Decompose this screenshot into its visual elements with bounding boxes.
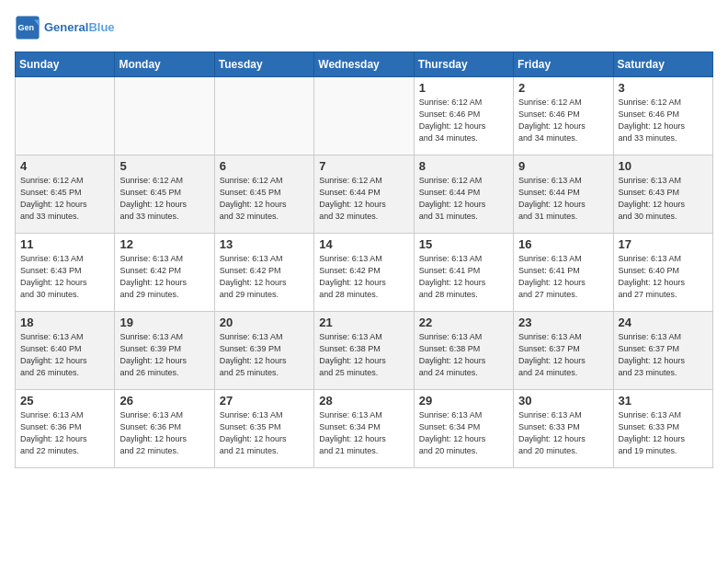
day-number: 13 [220, 237, 309, 251]
calendar-cell: 3Sunrise: 6:12 AM Sunset: 6:46 PM Daylig… [613, 77, 712, 155]
day-number: 30 [518, 394, 608, 408]
calendar-cell: 20Sunrise: 6:13 AM Sunset: 6:39 PM Dayli… [214, 312, 313, 390]
day-info: Sunrise: 6:13 AM Sunset: 6:41 PM Dayligh… [419, 253, 508, 301]
calendar-week-row: 11Sunrise: 6:13 AM Sunset: 6:43 PM Dayli… [16, 234, 713, 312]
calendar-cell: 22Sunrise: 6:13 AM Sunset: 6:38 PM Dayli… [414, 312, 513, 390]
day-number: 21 [319, 316, 408, 329]
day-number: 4 [20, 159, 109, 173]
day-info: Sunrise: 6:12 AM Sunset: 6:46 PM Dayligh… [518, 97, 608, 144]
column-header-sunday: Sunday [16, 52, 115, 77]
column-header-friday: Friday [514, 52, 613, 77]
day-info: Sunrise: 6:12 AM Sunset: 6:44 PM Dayligh… [419, 175, 508, 223]
day-number: 5 [119, 159, 209, 173]
column-header-monday: Monday [115, 52, 214, 77]
calendar-week-row: 4Sunrise: 6:12 AM Sunset: 6:45 PM Daylig… [16, 155, 713, 234]
calendar-cell: 28Sunrise: 6:13 AM Sunset: 6:34 PM Dayli… [314, 390, 414, 468]
day-info: Sunrise: 6:13 AM Sunset: 6:36 PM Dayligh… [119, 409, 209, 457]
day-number: 24 [619, 316, 708, 329]
day-number: 25 [20, 394, 109, 408]
day-info: Sunrise: 6:12 AM Sunset: 6:44 PM Dayligh… [319, 175, 408, 223]
day-number: 9 [518, 159, 608, 173]
day-number: 7 [319, 159, 408, 173]
day-info: Sunrise: 6:12 AM Sunset: 6:45 PM Dayligh… [20, 175, 109, 223]
day-info: Sunrise: 6:13 AM Sunset: 6:42 PM Dayligh… [319, 253, 408, 301]
day-info: Sunrise: 6:13 AM Sunset: 6:34 PM Dayligh… [419, 409, 508, 457]
day-info: Sunrise: 6:13 AM Sunset: 6:35 PM Dayligh… [220, 409, 309, 457]
column-header-saturday: Saturday [613, 52, 712, 77]
day-number: 3 [619, 81, 708, 95]
calendar-cell: 8Sunrise: 6:12 AM Sunset: 6:44 PM Daylig… [414, 155, 513, 234]
calendar-cell: 16Sunrise: 6:13 AM Sunset: 6:41 PM Dayli… [514, 234, 613, 312]
calendar-cell: 27Sunrise: 6:13 AM Sunset: 6:35 PM Dayli… [214, 390, 313, 468]
calendar-cell: 9Sunrise: 6:13 AM Sunset: 6:44 PM Daylig… [514, 155, 613, 234]
day-number: 16 [518, 237, 608, 251]
day-number: 1 [419, 81, 508, 95]
calendar-cell: 10Sunrise: 6:13 AM Sunset: 6:43 PM Dayli… [613, 155, 712, 234]
day-number: 15 [419, 237, 508, 251]
calendar-cell [16, 77, 115, 155]
day-info: Sunrise: 6:13 AM Sunset: 6:40 PM Dayligh… [619, 253, 708, 301]
day-number: 2 [518, 81, 608, 95]
calendar-week-row: 18Sunrise: 6:13 AM Sunset: 6:40 PM Dayli… [16, 312, 713, 390]
calendar-cell [214, 77, 313, 155]
day-number: 23 [518, 316, 608, 329]
day-info: Sunrise: 6:13 AM Sunset: 6:34 PM Dayligh… [319, 409, 408, 457]
calendar-cell: 13Sunrise: 6:13 AM Sunset: 6:42 PM Dayli… [214, 234, 313, 312]
day-info: Sunrise: 6:13 AM Sunset: 6:39 PM Dayligh… [119, 331, 209, 379]
day-info: Sunrise: 6:13 AM Sunset: 6:37 PM Dayligh… [518, 331, 608, 379]
calendar-cell: 17Sunrise: 6:13 AM Sunset: 6:40 PM Dayli… [613, 234, 712, 312]
svg-text:Gen: Gen [18, 23, 35, 32]
day-info: Sunrise: 6:13 AM Sunset: 6:37 PM Dayligh… [619, 331, 708, 379]
logo-blue: Blue [88, 20, 114, 34]
day-info: Sunrise: 6:13 AM Sunset: 6:44 PM Dayligh… [518, 175, 608, 223]
calendar-cell: 30Sunrise: 6:13 AM Sunset: 6:33 PM Dayli… [514, 390, 613, 468]
calendar-week-row: 1Sunrise: 6:12 AM Sunset: 6:46 PM Daylig… [16, 77, 713, 155]
day-info: Sunrise: 6:13 AM Sunset: 6:42 PM Dayligh… [119, 253, 209, 301]
day-number: 18 [20, 316, 109, 329]
day-info: Sunrise: 6:12 AM Sunset: 6:45 PM Dayligh… [220, 175, 309, 223]
calendar-cell: 12Sunrise: 6:13 AM Sunset: 6:42 PM Dayli… [115, 234, 214, 312]
day-info: Sunrise: 6:12 AM Sunset: 6:45 PM Dayligh… [119, 175, 209, 223]
calendar-cell: 29Sunrise: 6:13 AM Sunset: 6:34 PM Dayli… [414, 390, 513, 468]
day-number: 22 [419, 316, 508, 329]
page-header: Gen GeneralBlue [15, 15, 713, 40]
calendar-cell: 6Sunrise: 6:12 AM Sunset: 6:45 PM Daylig… [214, 155, 313, 234]
day-info: Sunrise: 6:13 AM Sunset: 6:40 PM Dayligh… [20, 331, 109, 379]
day-info: Sunrise: 6:12 AM Sunset: 6:46 PM Dayligh… [619, 97, 708, 144]
calendar-cell [115, 77, 214, 155]
calendar-header-row: SundayMondayTuesdayWednesdayThursdayFrid… [16, 52, 713, 77]
day-info: Sunrise: 6:13 AM Sunset: 6:43 PM Dayligh… [619, 175, 708, 223]
day-number: 26 [119, 394, 209, 408]
day-number: 17 [619, 237, 708, 251]
calendar-cell: 2Sunrise: 6:12 AM Sunset: 6:46 PM Daylig… [514, 77, 613, 155]
day-number: 29 [419, 394, 508, 408]
day-number: 6 [220, 159, 309, 173]
column-header-tuesday: Tuesday [214, 52, 313, 77]
calendar-cell: 23Sunrise: 6:13 AM Sunset: 6:37 PM Dayli… [514, 312, 613, 390]
calendar-cell: 24Sunrise: 6:13 AM Sunset: 6:37 PM Dayli… [613, 312, 712, 390]
day-info: Sunrise: 6:13 AM Sunset: 6:39 PM Dayligh… [220, 331, 309, 379]
calendar-cell: 19Sunrise: 6:13 AM Sunset: 6:39 PM Dayli… [115, 312, 214, 390]
calendar-week-row: 25Sunrise: 6:13 AM Sunset: 6:36 PM Dayli… [16, 390, 713, 468]
calendar-cell: 26Sunrise: 6:13 AM Sunset: 6:36 PM Dayli… [115, 390, 214, 468]
day-info: Sunrise: 6:13 AM Sunset: 6:43 PM Dayligh… [20, 253, 109, 301]
day-number: 20 [220, 316, 309, 329]
calendar-cell: 7Sunrise: 6:12 AM Sunset: 6:44 PM Daylig… [314, 155, 414, 234]
column-header-thursday: Thursday [414, 52, 513, 77]
day-number: 14 [319, 237, 408, 251]
day-info: Sunrise: 6:13 AM Sunset: 6:42 PM Dayligh… [220, 253, 309, 301]
calendar-cell: 1Sunrise: 6:12 AM Sunset: 6:46 PM Daylig… [414, 77, 513, 155]
day-info: Sunrise: 6:13 AM Sunset: 6:36 PM Dayligh… [20, 409, 109, 457]
calendar-cell: 31Sunrise: 6:13 AM Sunset: 6:33 PM Dayli… [613, 390, 712, 468]
logo-icon: Gen [15, 15, 40, 40]
column-header-wednesday: Wednesday [314, 52, 414, 77]
calendar-cell [314, 77, 414, 155]
calendar-cell: 25Sunrise: 6:13 AM Sunset: 6:36 PM Dayli… [16, 390, 115, 468]
calendar-cell: 21Sunrise: 6:13 AM Sunset: 6:38 PM Dayli… [314, 312, 414, 390]
day-info: Sunrise: 6:13 AM Sunset: 6:38 PM Dayligh… [319, 331, 408, 379]
calendar-cell: 5Sunrise: 6:12 AM Sunset: 6:45 PM Daylig… [115, 155, 214, 234]
calendar-table: SundayMondayTuesdayWednesdayThursdayFrid… [15, 52, 713, 468]
day-info: Sunrise: 6:13 AM Sunset: 6:38 PM Dayligh… [419, 331, 508, 379]
calendar-cell: 18Sunrise: 6:13 AM Sunset: 6:40 PM Dayli… [16, 312, 115, 390]
calendar-cell: 15Sunrise: 6:13 AM Sunset: 6:41 PM Dayli… [414, 234, 513, 312]
